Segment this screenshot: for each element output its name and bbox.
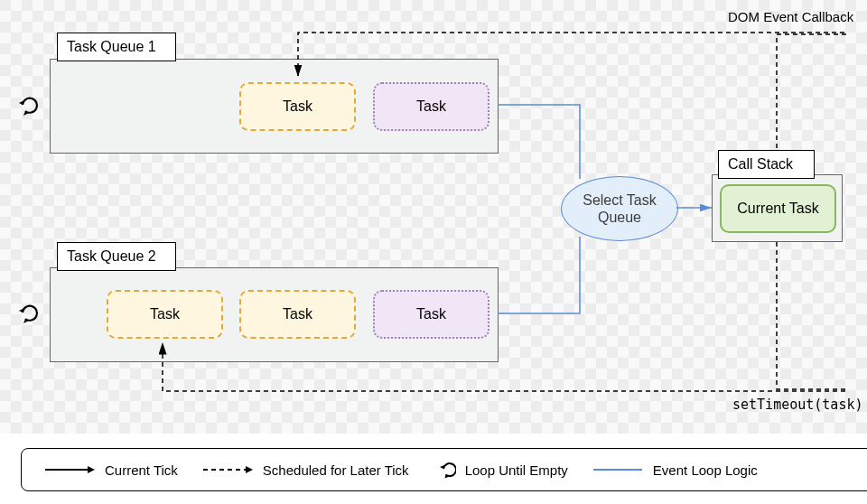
label-text: Task Queue 2 — [67, 248, 156, 265]
task-queue-2-label: Task Queue 2 — [57, 242, 176, 271]
label-text: DOM Event Callback — [728, 9, 853, 24]
label-text: Task Queue 1 — [67, 39, 156, 55]
task-box: Task — [373, 290, 489, 339]
current-task-box: Current Task — [720, 184, 836, 233]
legend-item-event-loop: Event Loop Logic — [592, 462, 758, 478]
label-text: Task — [416, 306, 446, 322]
task-box: Task — [239, 82, 356, 131]
arrow-solid-icon — [43, 463, 96, 476]
event-loop-diagram: Task Queue 1 Task Task Task Queue 2 Task… — [0, 0, 867, 504]
label-text: Scheduled for Later Tick — [263, 462, 409, 478]
label-text: Task — [150, 306, 180, 322]
label-text: Task — [283, 98, 312, 115]
label-text: Event Loop Logic — [653, 462, 758, 478]
line-blue-icon — [592, 463, 644, 476]
select-task-queue-ellipse: Select Task Queue — [561, 176, 678, 241]
legend-item-loop-empty: Loop Until Empty — [433, 460, 568, 480]
loop-icon — [433, 460, 456, 480]
label-text: Select Task Queue — [562, 191, 677, 226]
label-text: Task — [283, 306, 312, 322]
legend-item-current-tick: Current Tick — [43, 462, 178, 478]
dom-callback-label: DOM Event Callback — [728, 9, 853, 24]
arrow-dashed-icon — [201, 463, 254, 476]
task-box: Task — [373, 82, 489, 131]
label-text: Current Tick — [105, 462, 178, 478]
call-stack-label: Call Stack — [718, 150, 815, 179]
task-box: Task — [239, 290, 356, 339]
label-text: Current Task — [737, 201, 818, 217]
settimeout-label: setTimeout(task) — [732, 397, 863, 413]
label-text: setTimeout(task) — [732, 397, 863, 413]
label-text: Task — [416, 98, 446, 115]
legend-item-later-tick: Scheduled for Later Tick — [201, 462, 409, 478]
task-queue-1-label: Task Queue 1 — [57, 33, 176, 61]
label-text: Loop Until Empty — [465, 462, 568, 478]
task-box: Task — [107, 290, 223, 339]
legend-box: Current Tick Scheduled for Later Tick Lo… — [21, 448, 867, 491]
label-text: Call Stack — [728, 156, 793, 173]
